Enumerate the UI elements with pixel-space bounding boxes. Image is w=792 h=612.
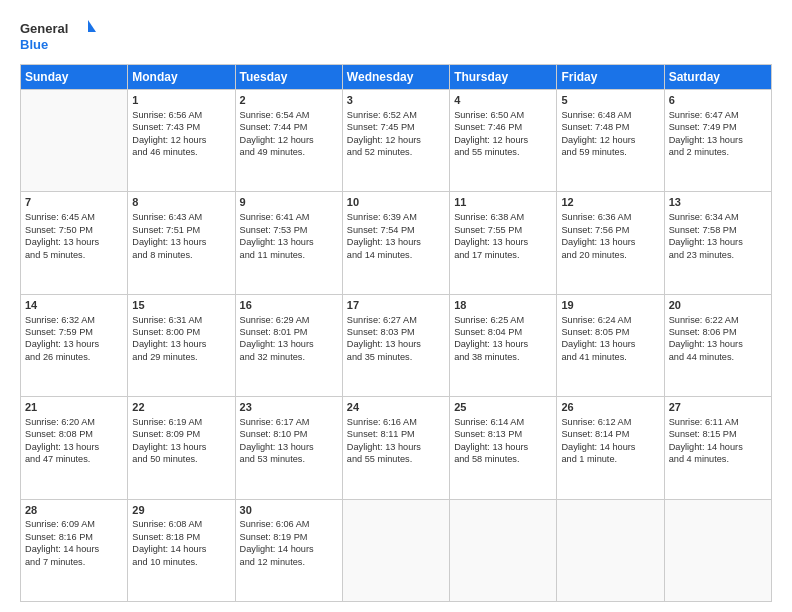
day-info: Sunrise: 6:22 AMSunset: 8:06 PMDaylight:…	[669, 314, 767, 364]
day-number: 4	[454, 93, 552, 108]
day-info: Sunrise: 6:48 AMSunset: 7:48 PMDaylight:…	[561, 109, 659, 159]
calendar-cell: 19Sunrise: 6:24 AMSunset: 8:05 PMDayligh…	[557, 294, 664, 396]
weekday-header-cell: Tuesday	[235, 65, 342, 90]
calendar-cell	[342, 499, 449, 601]
calendar-cell: 22Sunrise: 6:19 AMSunset: 8:09 PMDayligh…	[128, 397, 235, 499]
day-info: Sunrise: 6:32 AMSunset: 7:59 PMDaylight:…	[25, 314, 123, 364]
day-number: 1	[132, 93, 230, 108]
calendar-cell: 10Sunrise: 6:39 AMSunset: 7:54 PMDayligh…	[342, 192, 449, 294]
day-info: Sunrise: 6:38 AMSunset: 7:55 PMDaylight:…	[454, 211, 552, 261]
page: General Blue SundayMondayTuesdayWednesda…	[0, 0, 792, 612]
day-number: 17	[347, 298, 445, 313]
day-number: 18	[454, 298, 552, 313]
calendar-cell: 4Sunrise: 6:50 AMSunset: 7:46 PMDaylight…	[450, 90, 557, 192]
calendar-cell: 11Sunrise: 6:38 AMSunset: 7:55 PMDayligh…	[450, 192, 557, 294]
day-info: Sunrise: 6:14 AMSunset: 8:13 PMDaylight:…	[454, 416, 552, 466]
day-info: Sunrise: 6:34 AMSunset: 7:58 PMDaylight:…	[669, 211, 767, 261]
day-number: 10	[347, 195, 445, 210]
calendar-week-row: 1Sunrise: 6:56 AMSunset: 7:43 PMDaylight…	[21, 90, 772, 192]
day-number: 7	[25, 195, 123, 210]
calendar-cell: 29Sunrise: 6:08 AMSunset: 8:18 PMDayligh…	[128, 499, 235, 601]
day-info: Sunrise: 6:09 AMSunset: 8:16 PMDaylight:…	[25, 518, 123, 568]
day-info: Sunrise: 6:39 AMSunset: 7:54 PMDaylight:…	[347, 211, 445, 261]
weekday-header-cell: Sunday	[21, 65, 128, 90]
day-number: 8	[132, 195, 230, 210]
calendar-cell	[21, 90, 128, 192]
calendar-cell: 15Sunrise: 6:31 AMSunset: 8:00 PMDayligh…	[128, 294, 235, 396]
calendar-cell: 24Sunrise: 6:16 AMSunset: 8:11 PMDayligh…	[342, 397, 449, 499]
calendar-cell	[450, 499, 557, 601]
day-number: 6	[669, 93, 767, 108]
day-info: Sunrise: 6:25 AMSunset: 8:04 PMDaylight:…	[454, 314, 552, 364]
header: General Blue	[20, 16, 772, 56]
day-info: Sunrise: 6:50 AMSunset: 7:46 PMDaylight:…	[454, 109, 552, 159]
calendar-cell: 7Sunrise: 6:45 AMSunset: 7:50 PMDaylight…	[21, 192, 128, 294]
day-info: Sunrise: 6:56 AMSunset: 7:43 PMDaylight:…	[132, 109, 230, 159]
calendar-cell: 2Sunrise: 6:54 AMSunset: 7:44 PMDaylight…	[235, 90, 342, 192]
day-number: 14	[25, 298, 123, 313]
svg-text:Blue: Blue	[20, 37, 48, 52]
day-number: 2	[240, 93, 338, 108]
calendar-cell: 21Sunrise: 6:20 AMSunset: 8:08 PMDayligh…	[21, 397, 128, 499]
calendar-cell: 18Sunrise: 6:25 AMSunset: 8:04 PMDayligh…	[450, 294, 557, 396]
weekday-header-cell: Monday	[128, 65, 235, 90]
day-info: Sunrise: 6:43 AMSunset: 7:51 PMDaylight:…	[132, 211, 230, 261]
logo: General Blue	[20, 16, 100, 56]
day-number: 30	[240, 503, 338, 518]
weekday-header-cell: Thursday	[450, 65, 557, 90]
day-number: 27	[669, 400, 767, 415]
day-info: Sunrise: 6:41 AMSunset: 7:53 PMDaylight:…	[240, 211, 338, 261]
calendar-body: 1Sunrise: 6:56 AMSunset: 7:43 PMDaylight…	[21, 90, 772, 602]
day-info: Sunrise: 6:31 AMSunset: 8:00 PMDaylight:…	[132, 314, 230, 364]
weekday-header-cell: Saturday	[664, 65, 771, 90]
day-number: 5	[561, 93, 659, 108]
calendar-cell: 8Sunrise: 6:43 AMSunset: 7:51 PMDaylight…	[128, 192, 235, 294]
calendar-cell	[664, 499, 771, 601]
day-info: Sunrise: 6:29 AMSunset: 8:01 PMDaylight:…	[240, 314, 338, 364]
day-info: Sunrise: 6:45 AMSunset: 7:50 PMDaylight:…	[25, 211, 123, 261]
day-number: 9	[240, 195, 338, 210]
calendar-cell: 12Sunrise: 6:36 AMSunset: 7:56 PMDayligh…	[557, 192, 664, 294]
calendar-cell: 17Sunrise: 6:27 AMSunset: 8:03 PMDayligh…	[342, 294, 449, 396]
calendar-week-row: 21Sunrise: 6:20 AMSunset: 8:08 PMDayligh…	[21, 397, 772, 499]
calendar-table: SundayMondayTuesdayWednesdayThursdayFrid…	[20, 64, 772, 602]
day-info: Sunrise: 6:24 AMSunset: 8:05 PMDaylight:…	[561, 314, 659, 364]
calendar-cell: 9Sunrise: 6:41 AMSunset: 7:53 PMDaylight…	[235, 192, 342, 294]
day-info: Sunrise: 6:52 AMSunset: 7:45 PMDaylight:…	[347, 109, 445, 159]
day-number: 26	[561, 400, 659, 415]
calendar-cell: 1Sunrise: 6:56 AMSunset: 7:43 PMDaylight…	[128, 90, 235, 192]
day-number: 25	[454, 400, 552, 415]
calendar-cell: 13Sunrise: 6:34 AMSunset: 7:58 PMDayligh…	[664, 192, 771, 294]
weekday-header-row: SundayMondayTuesdayWednesdayThursdayFrid…	[21, 65, 772, 90]
calendar-week-row: 28Sunrise: 6:09 AMSunset: 8:16 PMDayligh…	[21, 499, 772, 601]
weekday-header-cell: Wednesday	[342, 65, 449, 90]
day-number: 24	[347, 400, 445, 415]
day-number: 29	[132, 503, 230, 518]
day-number: 22	[132, 400, 230, 415]
calendar-cell: 14Sunrise: 6:32 AMSunset: 7:59 PMDayligh…	[21, 294, 128, 396]
calendar-cell: 3Sunrise: 6:52 AMSunset: 7:45 PMDaylight…	[342, 90, 449, 192]
day-info: Sunrise: 6:17 AMSunset: 8:10 PMDaylight:…	[240, 416, 338, 466]
calendar-week-row: 14Sunrise: 6:32 AMSunset: 7:59 PMDayligh…	[21, 294, 772, 396]
weekday-header-cell: Friday	[557, 65, 664, 90]
day-number: 13	[669, 195, 767, 210]
calendar-cell: 27Sunrise: 6:11 AMSunset: 8:15 PMDayligh…	[664, 397, 771, 499]
calendar-cell: 30Sunrise: 6:06 AMSunset: 8:19 PMDayligh…	[235, 499, 342, 601]
day-number: 19	[561, 298, 659, 313]
day-number: 3	[347, 93, 445, 108]
day-info: Sunrise: 6:12 AMSunset: 8:14 PMDaylight:…	[561, 416, 659, 466]
day-number: 12	[561, 195, 659, 210]
logo-svg: General Blue	[20, 16, 100, 56]
day-info: Sunrise: 6:27 AMSunset: 8:03 PMDaylight:…	[347, 314, 445, 364]
calendar-cell: 6Sunrise: 6:47 AMSunset: 7:49 PMDaylight…	[664, 90, 771, 192]
day-info: Sunrise: 6:11 AMSunset: 8:15 PMDaylight:…	[669, 416, 767, 466]
svg-text:General: General	[20, 21, 68, 36]
day-info: Sunrise: 6:06 AMSunset: 8:19 PMDaylight:…	[240, 518, 338, 568]
calendar-cell: 5Sunrise: 6:48 AMSunset: 7:48 PMDaylight…	[557, 90, 664, 192]
calendar-cell: 16Sunrise: 6:29 AMSunset: 8:01 PMDayligh…	[235, 294, 342, 396]
day-info: Sunrise: 6:47 AMSunset: 7:49 PMDaylight:…	[669, 109, 767, 159]
day-number: 28	[25, 503, 123, 518]
svg-marker-2	[88, 20, 96, 32]
day-number: 11	[454, 195, 552, 210]
day-info: Sunrise: 6:16 AMSunset: 8:11 PMDaylight:…	[347, 416, 445, 466]
